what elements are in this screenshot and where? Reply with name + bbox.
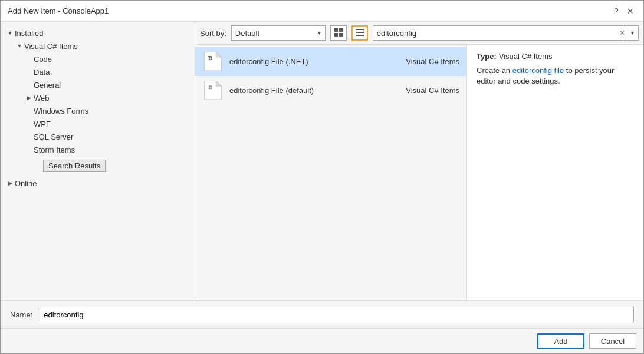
svg-rect-21	[208, 88, 209, 90]
grid-view-button[interactable]	[330, 25, 347, 41]
right-panel: Sort by: Default Name Type	[195, 22, 643, 300]
content-area: Installed Visual C# Items Code Data Gene…	[1, 22, 643, 300]
sidebar-item-wpf[interactable]: WPF	[1, 117, 195, 130]
item-icon-editorconfig-default	[202, 80, 224, 101]
svg-rect-6	[356, 35, 364, 36]
search-clear-icon[interactable]: ✕	[617, 28, 627, 38]
svg-rect-2	[334, 33, 338, 37]
search-input[interactable]	[373, 25, 639, 41]
add-button[interactable]: Add	[537, 333, 584, 349]
web-label: Web	[34, 94, 50, 102]
search-box-wrapper: ✕ ▼	[373, 25, 639, 41]
item-category-editorconfig-dotnet: Visual C# Items	[406, 57, 459, 66]
description-panel: Type: Visual C# Items Create an editorco…	[466, 45, 643, 300]
svg-rect-20	[208, 87, 209, 88]
desc-type-label: Type:	[477, 52, 497, 61]
dialog: Add New Item - ConsoleApp1 ? ✕ Installed…	[0, 0, 644, 354]
svg-rect-11	[208, 58, 209, 59]
search-results-container: Search Results	[1, 158, 195, 174]
list-view-button[interactable]	[351, 25, 368, 41]
svg-rect-1	[339, 28, 343, 32]
sidebar-item-sql-server[interactable]: SQL Server	[1, 130, 195, 143]
online-arrow	[5, 178, 15, 188]
title-bar: Add New Item - ConsoleApp1 ? ✕	[1, 1, 643, 22]
sidebar-item-online[interactable]: Online	[1, 177, 195, 190]
dialog-title: Add New Item - ConsoleApp1	[8, 6, 109, 15]
svg-rect-3	[339, 33, 343, 37]
list-description-area: editorconfig File (.NET) Visual C# Items	[195, 45, 643, 300]
bottom-bar: Name:	[1, 300, 643, 328]
svg-marker-8	[216, 52, 221, 57]
name-label: Name:	[10, 310, 32, 319]
list-area: editorconfig File (.NET) Visual C# Items	[195, 45, 466, 300]
list-item[interactable]: editorconfig File (.NET) Visual C# Items	[195, 47, 466, 76]
sidebar: Installed Visual C# Items Code Data Gene…	[1, 22, 195, 300]
desc-text: Create an editorconfig file to persist y…	[477, 65, 634, 87]
list-item[interactable]: editorconfig File (default) Visual C# It…	[195, 76, 466, 105]
visual-cs-arrow	[15, 41, 24, 51]
toolbar: Sort by: Default Name Type	[195, 22, 643, 45]
sidebar-item-installed[interactable]: Installed	[1, 27, 195, 39]
sidebar-item-general[interactable]: General	[1, 78, 195, 91]
svg-rect-12	[208, 59, 209, 61]
online-label: Online	[15, 179, 37, 188]
search-results-button[interactable]: Search Results	[43, 160, 106, 172]
cancel-button[interactable]: Cancel	[589, 333, 636, 349]
installed-label: Installed	[15, 29, 43, 38]
desc-text-part1: Create an	[477, 66, 512, 75]
desc-type-value: Visual C# Items	[499, 52, 553, 61]
action-buttons: Add Cancel	[1, 328, 643, 353]
sort-select-wrapper: Default Name Type	[231, 25, 326, 41]
desc-type-line: Type: Visual C# Items	[477, 52, 634, 61]
sidebar-item-storm-items[interactable]: Storm Items	[1, 143, 195, 156]
grid-view-icon	[334, 28, 343, 38]
web-arrow	[24, 93, 34, 102]
desc-text-link[interactable]: editorconfig file	[512, 66, 564, 75]
sidebar-item-data[interactable]: Data	[1, 65, 195, 78]
code-label: Code	[34, 55, 52, 64]
sidebar-item-windows-forms[interactable]: Windows Forms	[1, 104, 195, 117]
wpf-label: WPF	[34, 120, 51, 128]
sidebar-item-visual-cs[interactable]: Visual C# Items	[1, 39, 195, 52]
sidebar-item-code[interactable]: Code	[1, 52, 195, 65]
item-category-editorconfig-default: Visual C# Items	[406, 86, 459, 95]
installed-arrow	[5, 28, 15, 38]
title-bar-buttons: ? ✕	[610, 5, 636, 17]
sort-select[interactable]: Default Name Type	[231, 25, 326, 41]
data-label: Data	[34, 68, 50, 77]
svg-rect-0	[334, 28, 338, 32]
svg-rect-4	[356, 29, 364, 30]
storm-items-label: Storm Items	[34, 145, 75, 154]
item-name-editorconfig-dotnet: editorconfig File (.NET)	[229, 57, 406, 66]
search-dropdown-icon[interactable]: ▼	[627, 26, 638, 40]
list-view-icon	[356, 28, 364, 38]
svg-marker-17	[216, 81, 221, 86]
sidebar-item-web[interactable]: Web	[1, 91, 195, 104]
item-name-editorconfig-default: editorconfig File (default)	[229, 86, 406, 95]
svg-rect-5	[356, 32, 364, 33]
windows-forms-label: Windows Forms	[34, 107, 88, 115]
help-button[interactable]: ?	[610, 5, 622, 17]
close-button[interactable]: ✕	[625, 5, 636, 17]
name-input[interactable]	[40, 307, 634, 322]
visual-cs-label: Visual C# Items	[24, 42, 78, 51]
sql-server-label: SQL Server	[34, 133, 73, 141]
sort-label: Sort by:	[200, 29, 226, 38]
general-label: General	[34, 81, 61, 90]
item-icon-editorconfig-dotnet	[202, 51, 224, 72]
svg-rect-10	[208, 57, 209, 58]
svg-rect-19	[208, 85, 209, 87]
